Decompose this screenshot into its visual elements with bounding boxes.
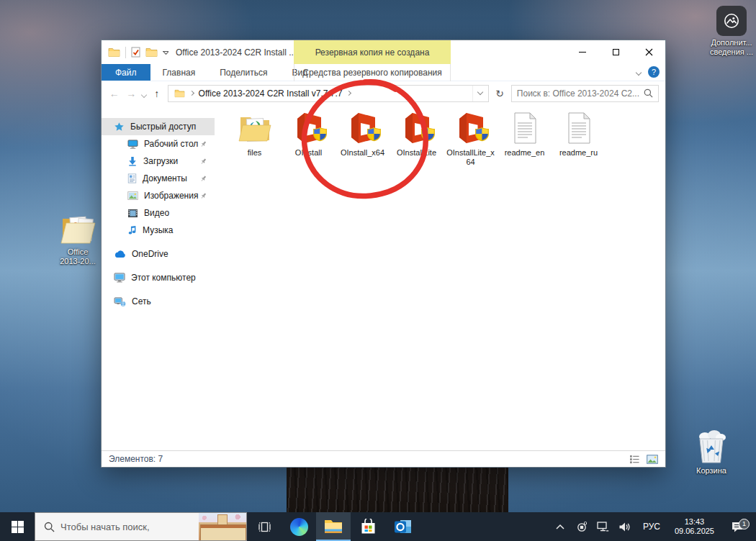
taskbar-edge-button[interactable] xyxy=(282,512,316,541)
qat-new-folder-icon[interactable] xyxy=(145,47,158,58)
sidebar-item-documents[interactable]: Документы xyxy=(102,170,215,187)
task-view-icon xyxy=(258,520,271,534)
address-bar[interactable]: Office 2013-2024 C2R Install v7.7.7.7 xyxy=(168,85,489,102)
file-label: OInstall_x64 xyxy=(341,148,384,158)
clock-time: 13:43 xyxy=(675,517,714,527)
search-placeholder: Поиск в: Office 2013-2024 C2... xyxy=(517,88,639,99)
taskbar-outlook-button[interactable] xyxy=(385,512,420,541)
file-item-oinstall[interactable]: OInstall xyxy=(282,111,336,158)
file-item-files[interactable]: files xyxy=(228,111,282,158)
music-icon xyxy=(127,225,137,235)
file-item-oinstalllite[interactable]: OInstallLite xyxy=(390,111,444,158)
recycle-bin-label: Корзина xyxy=(696,466,726,476)
windows-logo-icon xyxy=(12,521,24,533)
tab-home[interactable]: Главная xyxy=(150,64,208,81)
uac-shield-icon xyxy=(312,127,328,142)
uac-shield-icon xyxy=(420,127,436,142)
open-folder-icon xyxy=(59,214,96,245)
tab-backup-tools[interactable]: Средства резервного копирования xyxy=(294,64,451,81)
recent-locations-icon[interactable] xyxy=(142,87,146,100)
maximize-button[interactable] xyxy=(599,40,632,64)
language-indicator[interactable]: РУС xyxy=(637,522,666,532)
pictures-icon xyxy=(127,191,138,200)
desktop-icon-recycle-bin[interactable]: Корзина xyxy=(688,429,735,476)
breadcrumb-chevron-icon[interactable] xyxy=(189,91,194,96)
taskbar: Чтобы начать поиск, xyxy=(0,512,756,541)
pin-icon xyxy=(199,158,207,165)
back-icon[interactable]: ← xyxy=(108,88,121,99)
explorer-app-icon xyxy=(108,47,120,58)
minimize-button[interactable] xyxy=(566,40,599,64)
forward-icon[interactable]: → xyxy=(125,88,138,99)
file-item-readme-en[interactable]: readme_en xyxy=(498,111,552,158)
search-highlight-image[interactable] xyxy=(199,513,246,540)
sidebar-item-pictures[interactable]: Изображения xyxy=(102,187,215,204)
qat-customize-icon[interactable] xyxy=(163,51,168,54)
navigation-pane: Быстрый доступ Рабочий стол Загрузки Док… xyxy=(102,105,215,450)
sidebar-item-network[interactable]: Сеть xyxy=(102,293,215,310)
hidden-icons-chevron-icon[interactable] xyxy=(551,524,570,529)
sidebar-label: Видео xyxy=(144,208,169,218)
network-icon[interactable] xyxy=(594,522,613,532)
task-view-button[interactable] xyxy=(247,512,282,541)
file-item-readme-ru[interactable]: readme_ru xyxy=(552,111,606,158)
sidebar-label: Музыка xyxy=(143,225,173,235)
outlook-icon xyxy=(394,519,412,535)
start-button[interactable] xyxy=(0,512,35,541)
microsoft-store-icon xyxy=(360,519,377,535)
taskbar-search-box[interactable]: Чтобы начать поиск, xyxy=(35,512,247,541)
sidebar-item-onedrive[interactable]: OneDrive xyxy=(102,245,215,263)
maximize-icon xyxy=(613,49,619,55)
breadcrumb-chevron-icon[interactable] xyxy=(346,91,351,96)
window-title: Office 2013-2024 C2R Install ... xyxy=(176,47,296,58)
help-icon[interactable]: ? xyxy=(648,66,660,78)
file-label: OInstall xyxy=(295,148,322,158)
pin-icon xyxy=(199,175,207,183)
ribbon-collapse-icon[interactable] xyxy=(636,67,641,77)
sidebar-item-this-pc[interactable]: Этот компьютер xyxy=(102,269,215,286)
system-tray: РУС 13:43 09.06.2025 1 xyxy=(551,512,756,541)
taskbar-clock[interactable]: 13:43 09.06.2025 xyxy=(669,517,720,536)
file-item-oinstall-x64[interactable]: OInstall_x64 xyxy=(336,111,390,158)
sidebar-item-desktop[interactable]: Рабочий стол xyxy=(102,135,215,153)
breadcrumb-path[interactable]: Office 2013-2024 C2R Install v7.7.7.7 xyxy=(199,88,343,99)
file-item-oinstalllite-x64[interactable]: OInstallLite_x64 xyxy=(444,111,498,167)
details-view-icon[interactable] xyxy=(629,455,640,464)
action-center-button[interactable]: 1 xyxy=(723,521,752,533)
up-icon[interactable]: ↑ xyxy=(150,88,163,99)
downloads-icon xyxy=(127,156,138,166)
desktop-icon-spotlight[interactable]: Дополнит... сведения ... xyxy=(708,6,755,57)
volume-icon[interactable] xyxy=(616,522,634,532)
file-list-pane[interactable]: files xyxy=(215,105,665,450)
qat-properties-icon[interactable] xyxy=(131,47,140,58)
sidebar-label: Сеть xyxy=(132,296,151,306)
close-button[interactable] xyxy=(632,40,665,64)
search-box[interactable]: Поиск в: Office 2013-2024 C2... xyxy=(511,85,659,102)
tray-device-icon[interactable] xyxy=(572,521,591,532)
videos-icon xyxy=(127,209,138,218)
sidebar-item-downloads[interactable]: Загрузки xyxy=(102,153,215,170)
large-icons-view-icon[interactable] xyxy=(647,455,658,464)
spotlight-label-line1: Дополнит... xyxy=(711,38,752,47)
this-pc-icon xyxy=(114,273,125,283)
search-icon xyxy=(44,522,55,532)
file-label: OInstallLite xyxy=(397,148,436,158)
pin-icon xyxy=(199,140,207,148)
folder-with-files-icon xyxy=(238,111,272,145)
sidebar-item-quick-access[interactable]: Быстрый доступ xyxy=(102,118,215,135)
taskbar-store-button[interactable] xyxy=(351,512,385,541)
office-folder-label-line2: 2013-20... xyxy=(60,257,96,266)
tab-file[interactable]: Файл xyxy=(102,64,150,81)
desktop-icon-office-folder[interactable]: Office 2013-20... xyxy=(49,214,107,266)
sidebar-label: Документы xyxy=(143,173,187,183)
address-dropdown-icon[interactable] xyxy=(472,86,488,101)
file-label: files xyxy=(248,148,262,158)
tab-share[interactable]: Поделиться xyxy=(207,64,279,81)
title-bar[interactable]: Office 2013-2024 C2R Install ... Резервн… xyxy=(102,40,665,64)
sidebar-item-music[interactable]: Музыка xyxy=(102,222,215,239)
sidebar-label: Рабочий стол xyxy=(144,139,198,149)
sidebar-label: Этот компьютер xyxy=(131,273,196,283)
refresh-icon[interactable]: ↻ xyxy=(493,88,507,99)
sidebar-item-videos[interactable]: Видео xyxy=(102,204,215,222)
taskbar-explorer-button[interactable] xyxy=(316,512,351,541)
